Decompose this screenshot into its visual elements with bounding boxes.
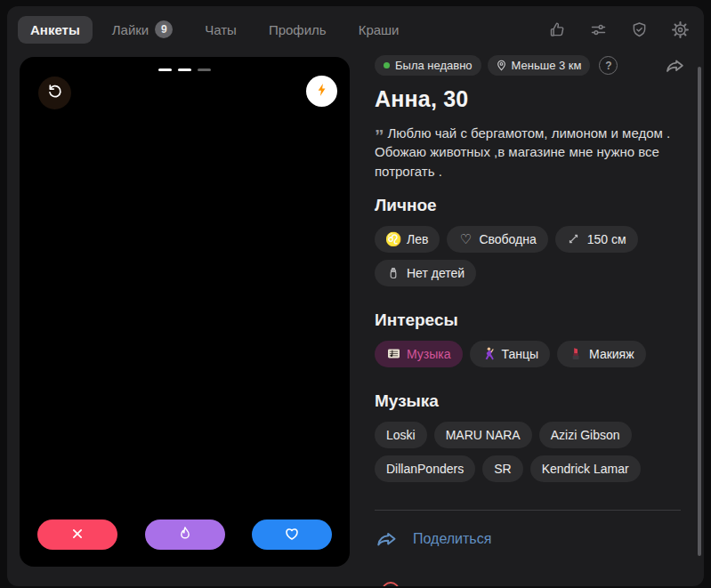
dislike-button[interactable] bbox=[37, 520, 117, 550]
online-dot-icon bbox=[384, 62, 390, 68]
lightning-icon bbox=[314, 82, 330, 101]
section-title-personal: Личное bbox=[375, 196, 688, 215]
chip-label: MARU NARA bbox=[446, 428, 521, 442]
location-pin-icon bbox=[497, 60, 506, 71]
tab-label: Чаты bbox=[205, 22, 237, 37]
section-title-music: Музыка bbox=[375, 391, 688, 411]
distance-badge: Меньше 3 км bbox=[488, 55, 591, 76]
chip-artist[interactable]: Azizi Gibson bbox=[539, 422, 632, 448]
chip-label: Свободна bbox=[479, 232, 536, 246]
tab-label: Лайки bbox=[112, 22, 149, 37]
carousel-indicator[interactable] bbox=[158, 68, 172, 71]
personal-chips: ♌ Лев ♡ Свободна 150 см Нет детей bbox=[375, 226, 688, 286]
thumbs-up-icon[interactable] bbox=[548, 20, 567, 39]
music-chips: Loski MARU NARA Azizi Gibson DillanPonde… bbox=[375, 422, 688, 482]
tab-label: Краши bbox=[359, 22, 400, 37]
status-row: Была недавно Меньше 3 км ? bbox=[375, 55, 688, 76]
flame-icon bbox=[176, 525, 194, 545]
share-blue-icon bbox=[375, 528, 399, 552]
chip-interest-dance[interactable]: Танцы bbox=[470, 341, 551, 367]
chip-label: Музыка bbox=[407, 347, 451, 361]
chip-relationship[interactable]: ♡ Свободна bbox=[447, 226, 547, 253]
boost-button[interactable] bbox=[306, 76, 337, 107]
chip-label: SR bbox=[494, 462, 511, 476]
help-button[interactable]: ? bbox=[599, 56, 618, 75]
profile-photo-card[interactable] bbox=[20, 57, 350, 567]
share-label: Поделиться bbox=[413, 531, 491, 547]
nav-tabs: Анкеты Лайки 9 Чаты Профиль Краши bbox=[18, 14, 412, 44]
profile-info-column: Была недавно Меньше 3 км ? Анна, 30 ”Люб… bbox=[375, 55, 688, 552]
tab-chaty[interactable]: Чаты bbox=[192, 16, 249, 44]
chip-label: Loski bbox=[386, 428, 416, 442]
distance-label: Меньше 3 км bbox=[512, 59, 582, 72]
chip-label: Kendrick Lamar bbox=[542, 462, 629, 476]
carousel-indicator[interactable] bbox=[178, 68, 191, 71]
chip-label: Нет детей bbox=[407, 266, 465, 280]
chip-artist[interactable]: Kendrick Lamar bbox=[530, 455, 641, 482]
settings-gear-icon[interactable] bbox=[671, 20, 690, 39]
lipstick-icon bbox=[569, 347, 583, 361]
chip-zodiac[interactable]: ♌ Лев bbox=[375, 226, 440, 253]
rewind-button[interactable] bbox=[38, 77, 71, 109]
chip-artist[interactable]: SR bbox=[482, 455, 522, 482]
height-arrows-icon bbox=[567, 232, 581, 246]
filters-icon[interactable] bbox=[589, 20, 608, 39]
chip-interest-makeup[interactable]: Макияж bbox=[557, 341, 646, 367]
heart-icon bbox=[283, 525, 301, 545]
shield-check-icon[interactable] bbox=[630, 20, 649, 39]
chip-label: 150 см bbox=[587, 232, 626, 246]
dancer-icon bbox=[481, 347, 496, 361]
scrollbar[interactable] bbox=[698, 67, 701, 556]
chip-interest-music[interactable]: Музыка bbox=[375, 341, 463, 367]
divider bbox=[375, 510, 681, 511]
chip-label: Azizi Gibson bbox=[551, 428, 620, 442]
like-button[interactable] bbox=[252, 520, 332, 550]
tab-krashi[interactable]: Краши bbox=[346, 16, 412, 44]
bio-text: Люблю чай с бергамотом, лимоном и медом … bbox=[375, 125, 670, 179]
music-sheet-icon bbox=[386, 347, 400, 361]
quote-icon: ” bbox=[375, 125, 384, 146]
chip-artist[interactable]: DillanPonders bbox=[375, 455, 475, 482]
app-panel: Анкеты Лайки 9 Чаты Профиль Краши bbox=[7, 6, 704, 586]
dislike-x-icon bbox=[69, 526, 85, 544]
chip-label: Макияж bbox=[589, 347, 634, 361]
photo-carousel-indicators bbox=[20, 68, 350, 71]
question-mark-icon: ? bbox=[605, 60, 611, 72]
leo-zodiac-icon: ♌ bbox=[386, 232, 400, 246]
profile-photo bbox=[20, 57, 350, 567]
report-icon-partial[interactable] bbox=[382, 582, 400, 586]
chip-children[interactable]: Нет детей bbox=[375, 260, 476, 286]
baby-bottle-icon bbox=[386, 266, 400, 280]
tab-laiki[interactable]: Лайки 9 bbox=[100, 14, 186, 44]
tab-profil[interactable]: Профиль bbox=[256, 16, 339, 44]
share-profile-button[interactable]: Поделиться bbox=[375, 528, 688, 552]
profile-name-age: Анна, 30 bbox=[375, 86, 688, 112]
top-nav: Анкеты Лайки 9 Чаты Профиль Краши bbox=[7, 6, 704, 52]
interest-chips: Музыка Танцы Макияж bbox=[375, 341, 688, 367]
online-status-badge: Была недавно bbox=[375, 55, 481, 76]
profile-bio: ”Люблю чай с бергамотом, лимоном и медом… bbox=[375, 124, 681, 181]
superlike-button[interactable] bbox=[145, 520, 225, 550]
heart-outline-icon: ♡ bbox=[458, 232, 473, 246]
chip-label: Лев bbox=[407, 232, 428, 246]
tab-label: Анкеты bbox=[30, 22, 80, 37]
card-action-bar bbox=[20, 520, 350, 550]
share-arrow-icon[interactable] bbox=[664, 55, 686, 77]
chip-artist[interactable]: MARU NARA bbox=[434, 422, 532, 448]
chip-height[interactable]: 150 см bbox=[555, 226, 638, 253]
likes-count-badge: 9 bbox=[155, 20, 173, 38]
tab-label: Профиль bbox=[269, 22, 327, 37]
carousel-indicator[interactable] bbox=[198, 68, 211, 71]
section-title-interests: Интересы bbox=[375, 310, 688, 330]
tab-ankety[interactable]: Анкеты bbox=[18, 16, 93, 44]
chip-artist[interactable]: Loski bbox=[375, 422, 427, 448]
online-status-label: Была недавно bbox=[395, 59, 473, 72]
nav-action-icons bbox=[548, 20, 690, 39]
chip-label: Танцы bbox=[502, 347, 539, 361]
chip-label: DillanPonders bbox=[386, 462, 464, 476]
rewind-icon bbox=[46, 83, 64, 104]
